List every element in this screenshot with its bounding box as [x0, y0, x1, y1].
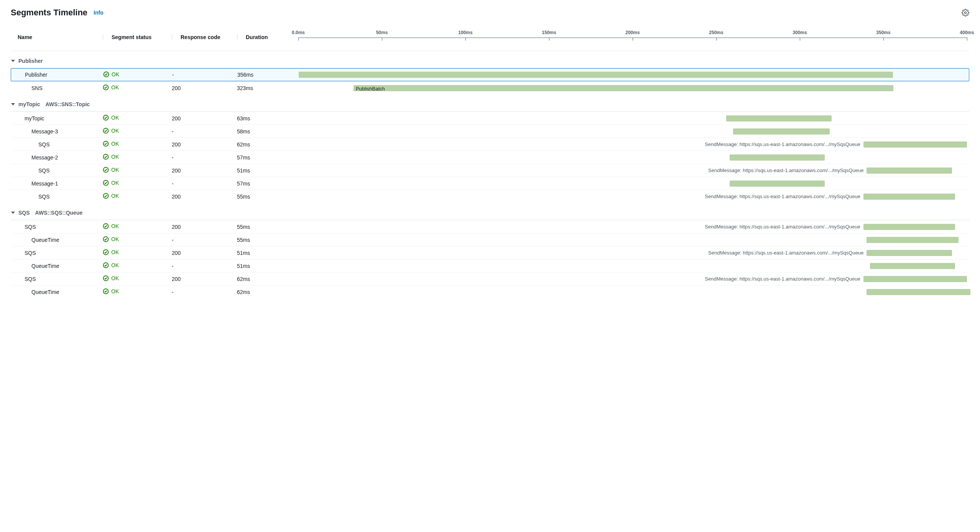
- caret-down-icon[interactable]: [11, 59, 15, 63]
- status-ok: OK: [103, 167, 119, 173]
- status-ok: OK: [103, 115, 119, 121]
- response-code: -: [172, 237, 237, 243]
- check-circle-icon: [103, 193, 109, 199]
- response-code: 200: [172, 224, 237, 230]
- segment-row[interactable]: Message-3OK-58ms: [11, 125, 969, 138]
- segment-row[interactable]: myTopicOK20063ms: [11, 112, 969, 125]
- segment-row[interactable]: SQSOK20051msSendMessage: https://sqs.us-…: [11, 164, 969, 177]
- status-text: OK: [111, 180, 119, 186]
- segment-row[interactable]: SQSOK20055msSendMessage: https://sqs.us-…: [11, 190, 969, 203]
- segment-name: SQS: [11, 141, 103, 148]
- axis-tick: [549, 38, 549, 41]
- col-header-response[interactable]: Response code: [172, 34, 237, 40]
- duration: 323ms: [237, 85, 298, 91]
- check-circle-icon: [103, 288, 109, 294]
- timeline-lane: [298, 262, 967, 270]
- check-circle-icon: [103, 167, 109, 173]
- group-name: myTopic: [18, 101, 40, 107]
- segment-row[interactable]: QueueTimeOK-51ms: [11, 259, 969, 272]
- segment-row[interactable]: QueueTimeOK-62ms: [11, 285, 969, 298]
- timeline-lane: [298, 236, 967, 244]
- caret-down-icon[interactable]: [11, 210, 15, 215]
- response-code: -: [172, 263, 237, 269]
- status-text: OK: [111, 167, 119, 173]
- timeline-bar[interactable]: [867, 289, 970, 295]
- settings-gear-icon[interactable]: [962, 9, 969, 16]
- col-header-status[interactable]: Segment status: [103, 34, 172, 40]
- status-ok: OK: [103, 193, 119, 199]
- segment-name: SQS: [11, 224, 103, 230]
- duration: 51ms: [237, 250, 298, 256]
- timeline-bar[interactable]: [867, 237, 959, 243]
- status-ok: OK: [103, 275, 119, 281]
- axis-tick-label: 350ms: [876, 30, 890, 35]
- axis-tick: [633, 38, 633, 41]
- timeline-bar[interactable]: [867, 167, 952, 174]
- group-header[interactable]: myTopicAWS::SNS::Topic: [11, 94, 969, 112]
- response-code: 200: [172, 115, 237, 122]
- status-ok: OK: [103, 141, 119, 147]
- timeline-bar[interactable]: [863, 276, 967, 282]
- group-header[interactable]: Publisher: [11, 51, 969, 68]
- segment-row[interactable]: SQSOK20051msSendMessage: https://sqs.us-…: [11, 246, 969, 259]
- segment-name: QueueTime: [11, 289, 103, 295]
- segment-row[interactable]: SNSOK200323msPublishBatch: [11, 81, 969, 94]
- duration: 55ms: [237, 224, 298, 230]
- status-text: OK: [111, 236, 119, 242]
- check-circle-icon: [103, 128, 109, 134]
- duration: 51ms: [237, 263, 298, 269]
- timeline-bar-label: PublishBatch: [354, 85, 893, 93]
- group-header[interactable]: SQSAWS::SQS::Queue: [11, 203, 969, 220]
- timeline-lane: SendMessage: https://sqs.us-east-1.amazo…: [298, 141, 967, 148]
- status-ok: OK: [103, 223, 119, 229]
- segment-name: SQS: [11, 250, 103, 256]
- response-code: -: [172, 181, 237, 187]
- duration: 55ms: [237, 194, 298, 200]
- status-ok: OK: [103, 262, 119, 268]
- status-text: OK: [111, 262, 119, 268]
- duration: 57ms: [237, 181, 298, 187]
- segment-name: Message-2: [11, 154, 103, 161]
- group-name: SQS: [18, 210, 30, 216]
- timeline-bar[interactable]: [730, 181, 825, 187]
- response-code: 200: [172, 167, 237, 174]
- timeline-bar[interactable]: [726, 115, 832, 122]
- timeline-bar[interactable]: [863, 141, 967, 148]
- check-circle-icon: [103, 275, 109, 281]
- status-text: OK: [112, 71, 119, 77]
- timeline-bar[interactable]: [870, 263, 955, 269]
- axis-tick-label: 200ms: [625, 30, 640, 35]
- timeline-bar[interactable]: [867, 250, 952, 256]
- duration: 62ms: [237, 289, 298, 295]
- timeline-lane: [298, 180, 967, 187]
- timeline-bar[interactable]: PublishBatch: [354, 85, 893, 91]
- col-header-name[interactable]: Name: [11, 34, 103, 40]
- response-code: 200: [172, 250, 237, 256]
- timeline-bar[interactable]: [863, 194, 955, 200]
- caret-down-icon[interactable]: [11, 102, 15, 107]
- timeline-bar[interactable]: [733, 128, 830, 135]
- segment-row[interactable]: Message-2OK-57ms: [11, 151, 969, 164]
- axis-tick: [800, 38, 800, 41]
- group-type: AWS::SQS::Queue: [35, 210, 83, 216]
- segment-row[interactable]: PublisherOK-356ms: [11, 68, 969, 81]
- duration: 62ms: [237, 276, 298, 282]
- check-circle-icon: [103, 154, 109, 160]
- segment-row[interactable]: Message-1OK-57ms: [11, 177, 969, 190]
- timeline-bar[interactable]: [730, 154, 825, 161]
- segment-name: SQS: [11, 167, 103, 174]
- segment-row[interactable]: SQSOK20062msSendMessage: https://sqs.us-…: [11, 138, 969, 151]
- info-link[interactable]: Info: [94, 10, 104, 16]
- axis-tick-label: 150ms: [542, 30, 556, 35]
- segment-row[interactable]: QueueTimeOK-55ms: [11, 233, 969, 246]
- timeline-bar[interactable]: [299, 72, 893, 78]
- timeline-bar[interactable]: [863, 224, 955, 230]
- col-header-duration[interactable]: Duration: [237, 34, 298, 40]
- segment-row[interactable]: SQSOK20055msSendMessage: https://sqs.us-…: [11, 220, 969, 233]
- timeline-lane: [299, 71, 967, 79]
- timeline-lane: SendMessage: https://sqs.us-east-1.amazo…: [298, 249, 967, 257]
- segment-row[interactable]: SQSOK20062msSendMessage: https://sqs.us-…: [11, 272, 969, 285]
- timeline-axis: 0.0ms50ms100ms150ms200ms250ms300ms350ms4…: [298, 31, 967, 44]
- status-text: OK: [111, 193, 119, 199]
- status-ok: OK: [103, 180, 119, 186]
